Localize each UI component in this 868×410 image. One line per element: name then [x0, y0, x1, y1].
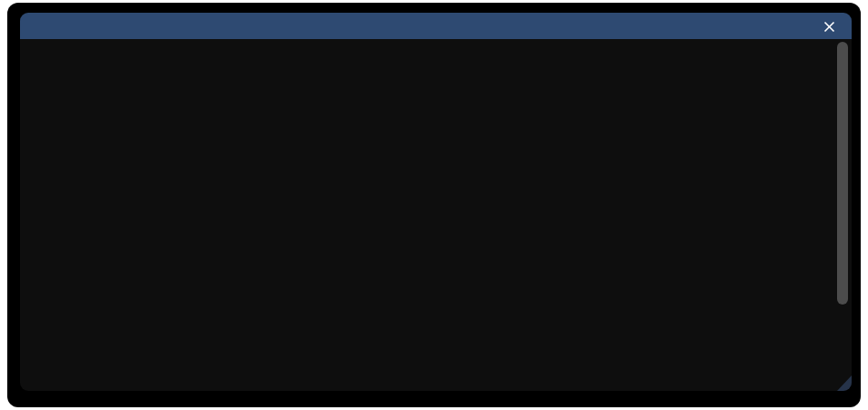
title-bar[interactable]: [20, 13, 852, 39]
polar-chart: [20, 39, 852, 391]
close-icon: [823, 21, 835, 33]
scrollbar-thumb[interactable]: [837, 42, 848, 305]
stage: [0, 0, 868, 410]
close-button[interactable]: [821, 18, 837, 35]
debug-window: [20, 13, 852, 391]
